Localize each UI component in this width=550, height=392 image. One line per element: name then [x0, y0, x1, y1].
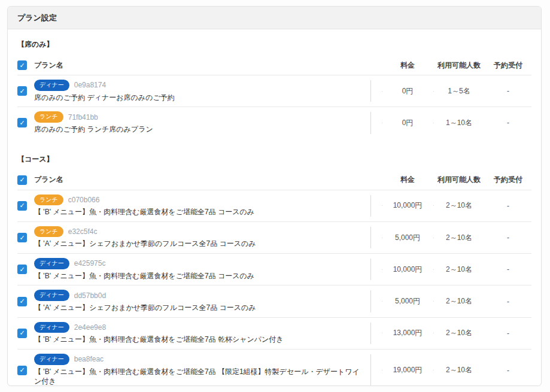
badge-line: ディナー 0e9a8174: [34, 80, 175, 91]
badge-line: ランチ 71fb41bb: [34, 111, 153, 123]
plan-code: c070b066: [68, 196, 100, 204]
table-row: ✓ ディナー 2e4ee9e8 【 'B' メニュー】魚・肉料理含む厳選食材をご…: [17, 317, 531, 349]
row-checkbox[interactable]: ✓: [17, 366, 27, 375]
row-checkbox[interactable]: ✓: [17, 233, 27, 242]
plan-name-header-cell: ✓ プラン名: [17, 60, 371, 71]
table-row: ✓ ディナー e425975c 【 'B' メニュー】魚・肉料理含む厳選食材をご…: [17, 253, 531, 285]
plan-info: ディナー dd57bb0d 【 'A' メニュー】シェフおまかせ季節のフルコース…: [34, 285, 256, 317]
plan-type-badge: ランチ: [34, 226, 63, 238]
plan-cell: ✓ ディナー dd57bb0d 【 'A' メニュー】シェフおまかせ季節のフルコ…: [17, 285, 371, 317]
plan-description: 【 'B' メニュー】魚・肉料理含む厳選食材をご堪能全7品 コースのみ: [34, 207, 254, 217]
plan-description: 【 'A' メニュー】シェフおまかせ季節のフルコース全7品 コースのみ: [34, 303, 256, 313]
row-checkbox[interactable]: ✓: [17, 86, 27, 96]
plan-cell: ✓ ディナー 0e9a8174 席のみのご予約 ディナーお席のみのご予約: [17, 75, 371, 107]
plan-table: ✓ プラン名 料金 利用可能人数 予約受付 ✓ ディナー 0e9a8174 席の…: [17, 56, 531, 139]
price-value: 10,000円: [382, 200, 433, 211]
plan-cell: ✓ ランチ c070b066 【 'B' メニュー】魚・肉料理含む厳選食材をご堪…: [17, 190, 371, 221]
select-all-checkbox[interactable]: ✓: [17, 60, 27, 70]
section-title: 【コース】: [17, 154, 531, 165]
plan-table: ✓ プラン名 料金 利用可能人数 予約受付 ✓ ランチ c070b066 【 '…: [17, 171, 531, 386]
booking-value: -: [485, 87, 531, 95]
table-rows: ✓ ランチ c070b066 【 'B' メニュー】魚・肉料理含む厳選食材をご堪…: [17, 190, 531, 386]
plan-cell: ✓ ディナー e425975c 【 'B' メニュー】魚・肉料理含む厳選食材をご…: [17, 254, 371, 285]
plan-type-badge: ディナー: [34, 80, 69, 91]
capacity-value: 2～10名: [433, 296, 485, 306]
plan-info: ディナー 2e4ee9e8 【 'B' メニュー】魚・肉料理含む厳選食材をご堪能…: [34, 318, 284, 349]
plan-code: e32c5f4c: [68, 227, 98, 236]
plan-cell: ✓ ランチ e32c5f4c 【 'A' メニュー】シェフおまかせ季節のフルコー…: [17, 222, 371, 253]
table-row: ✓ ディナー 0e9a8174 席のみのご予約 ディナーお席のみのご予約 0円 …: [17, 75, 531, 107]
badge-line: ランチ e32c5f4c: [34, 226, 256, 238]
plan-section: 【席のみ】 ✓ プラン名 料金 利用可能人数 予約受付 ✓ ディナー 0e9a8…: [17, 39, 531, 139]
row-checkbox[interactable]: ✓: [17, 265, 27, 274]
plan-code: e425975c: [74, 259, 106, 268]
badge-line: ディナー bea8feac: [34, 354, 363, 365]
booking-value: -: [485, 118, 531, 127]
table-row: ✓ ディナー bea8feac 【 'B' メニュー】魚・肉料理含む厳選食材をご…: [17, 349, 531, 386]
price-value: 19,000円: [382, 365, 433, 375]
capacity-value: 2～10名: [433, 233, 485, 243]
price-value: 13,000円: [382, 328, 433, 338]
plan-description: 席のみのご予約 ディナーお席のみのご予約: [34, 93, 175, 103]
plan-type-badge: ディナー: [34, 290, 69, 301]
price-header: 料金: [382, 175, 433, 185]
price-header: 料金: [382, 60, 433, 71]
plan-description: 【 'B' メニュー】魚・肉料理含む厳選食材をご堪能全7品 【限定1組様】特製デ…: [34, 367, 363, 386]
plan-name-header-cell: ✓ プラン名: [17, 175, 371, 185]
table-rows: ✓ ディナー 0e9a8174 席のみのご予約 ディナーお席のみのご予約 0円 …: [17, 75, 531, 139]
plan-cell: ✓ ディナー 2e4ee9e8 【 'B' メニュー】魚・肉料理含む厳選食材をご…: [17, 318, 371, 349]
table-row: ✓ ランチ c070b066 【 'B' メニュー】魚・肉料理含む厳選食材をご堪…: [17, 190, 531, 221]
booking-value: -: [485, 329, 531, 338]
price-value: 5,000円: [382, 296, 433, 306]
plan-code: bea8feac: [74, 355, 104, 363]
plan-info: ランチ c070b066 【 'B' メニュー】魚・肉料理含む厳選食材をご堪能全…: [34, 190, 254, 221]
plan-settings-panel: プラン設定 【席のみ】 ✓ プラン名 料金 利用可能人数 予約受付 ✓ ディナー…: [7, 6, 542, 386]
row-checkbox[interactable]: ✓: [17, 329, 27, 338]
page-title: プラン設定: [8, 7, 541, 29]
booking-header: 予約受付: [485, 175, 531, 185]
section-title: 【席のみ】: [17, 39, 531, 50]
plan-code: dd57bb0d: [74, 291, 106, 300]
booking-value: -: [485, 202, 531, 210]
plan-description: 席のみのご予約 ランチ席のみプラン: [34, 124, 153, 135]
capacity-value: 1～10名: [433, 118, 485, 128]
plan-type-badge: ランチ: [34, 195, 63, 206]
capacity-header: 利用可能人数: [433, 175, 485, 185]
plan-name-header-label: プラン名: [34, 60, 63, 71]
plan-info: ディナー e425975c 【 'B' メニュー】魚・肉料理含む厳選食材をご堪能…: [34, 254, 254, 285]
plan-description: 【 'A' メニュー】シェフおまかせ季節のフルコース全7品 コースのみ: [34, 239, 256, 249]
booking-value: -: [485, 366, 531, 375]
plan-type-badge: ディナー: [34, 258, 69, 269]
table-header-row: ✓ プラン名 料金 利用可能人数 予約受付: [17, 56, 531, 75]
plan-settings-body: 【席のみ】 ✓ プラン名 料金 利用可能人数 予約受付 ✓ ディナー 0e9a8…: [8, 29, 541, 386]
booking-header: 予約受付: [485, 60, 531, 71]
plan-type-badge: ランチ: [34, 111, 63, 123]
plan-section: 【コース】 ✓ プラン名 料金 利用可能人数 予約受付 ✓ ランチ c070b0…: [17, 154, 531, 386]
plan-type-badge: ディナー: [34, 322, 69, 333]
row-checkbox[interactable]: ✓: [17, 118, 27, 127]
select-all-checkbox[interactable]: ✓: [17, 175, 27, 185]
capacity-value: 2～10名: [433, 328, 485, 338]
plan-info: ランチ 71fb41bb 席のみのご予約 ランチ席のみプラン: [34, 107, 153, 138]
plan-info: ディナー bea8feac 【 'B' メニュー】魚・肉料理含む厳選食材をご堪能…: [34, 350, 363, 386]
row-checkbox[interactable]: ✓: [17, 297, 27, 306]
badge-line: ディナー dd57bb0d: [34, 290, 256, 301]
plan-cell: ✓ ディナー bea8feac 【 'B' メニュー】魚・肉料理含む厳選食材をご…: [17, 350, 371, 386]
capacity-value: 2～10名: [433, 365, 485, 375]
table-header-row: ✓ プラン名 料金 利用可能人数 予約受付: [17, 171, 531, 190]
table-row: ✓ ランチ e32c5f4c 【 'A' メニュー】シェフおまかせ季節のフルコー…: [17, 221, 531, 253]
capacity-value: 2～10名: [433, 265, 485, 275]
booking-value: -: [485, 297, 531, 306]
booking-value: -: [485, 233, 531, 242]
table-row: ✓ ディナー dd57bb0d 【 'A' メニュー】シェフおまかせ季節のフルコ…: [17, 285, 531, 317]
capacity-value: 1～5名: [433, 86, 485, 96]
price-value: 0円: [382, 86, 433, 96]
row-checkbox[interactable]: ✓: [17, 201, 27, 211]
plan-type-badge: ディナー: [34, 354, 69, 365]
price-value: 5,000円: [382, 233, 433, 243]
plan-info: ランチ e32c5f4c 【 'A' メニュー】シェフおまかせ季節のフルコース全…: [34, 222, 256, 253]
capacity-header: 利用可能人数: [433, 60, 485, 71]
plan-description: 【 'B' メニュー】魚・肉料理含む厳選食材をご堪能全7品 コースのみ: [34, 271, 254, 281]
plan-name-header-label: プラン名: [34, 175, 63, 185]
capacity-value: 2～10名: [433, 200, 485, 211]
